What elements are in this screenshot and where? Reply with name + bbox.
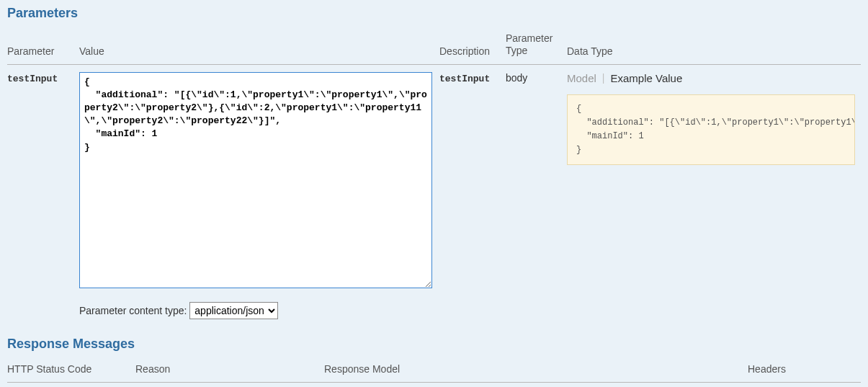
th-parameter: Parameter [7,28,79,64]
response-messages-heading: Response Messages [7,337,861,352]
responses-table: HTTP Status Code Reason Response Model H… [7,359,861,387]
tab-example-value[interactable]: Example Value [611,72,683,84]
th-parameter-type: ParameterType [506,28,567,64]
parameters-heading: Parameters [7,6,861,21]
th-data-type: Data Type [567,28,861,64]
parameters-table: Parameter Value Description ParameterTyp… [7,28,861,324]
tab-model[interactable]: Model [567,72,596,84]
parameter-name: testInput [7,74,58,84]
parameter-type-value: body [506,72,527,84]
response-headers [748,382,861,387]
content-type-label: Parameter content type: [79,305,187,316]
response-reason: Unauthorized [135,382,324,387]
response-model [324,382,748,387]
response-row: 401 Unauthorized [7,382,861,387]
parameter-value-textarea[interactable] [79,72,432,288]
example-value-block[interactable]: { "additional": "[{\"id\":1,\"property1\… [567,94,855,166]
tab-divider: | [602,72,605,84]
parameter-row: testInput Parameter content type: applic… [7,64,861,324]
response-code: 401 [7,382,135,387]
th-value: Value [79,28,439,64]
content-type-select[interactable]: application/json [189,302,278,319]
th-reason: Reason [135,359,324,383]
th-response-model: Response Model [324,359,748,383]
th-headers: Headers [748,359,861,383]
th-description: Description [439,28,506,64]
th-http-status-code: HTTP Status Code [7,359,135,383]
parameter-description: testInput [439,74,490,84]
